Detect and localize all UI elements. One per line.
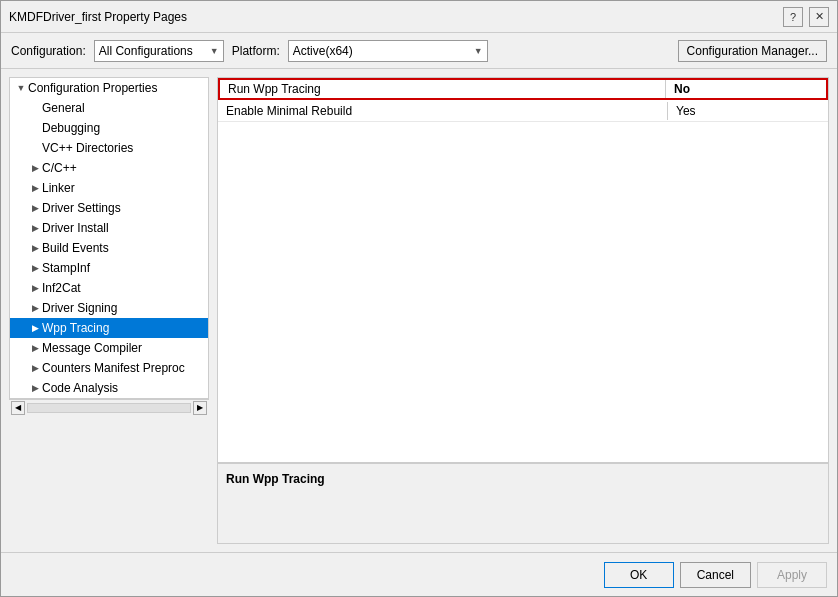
sidebar-item-general[interactable]: General xyxy=(10,98,208,118)
sidebar-item-inf2cat[interactable]: ▶ Inf2Cat xyxy=(10,278,208,298)
main-content: ▼ Configuration Properties General Debug… xyxy=(1,69,837,552)
sidebar-label-driver-signing: Driver Signing xyxy=(42,301,117,315)
config-bar: Configuration: All Configurations ▼ Plat… xyxy=(1,33,837,69)
sidebar-label-linker: Linker xyxy=(42,181,75,195)
sidebar-item-debugging[interactable]: Debugging xyxy=(10,118,208,138)
sidebar-item-build-events[interactable]: ▶ Build Events xyxy=(10,238,208,258)
scroll-right-button[interactable]: ▶ xyxy=(193,401,207,415)
title-bar-buttons: ? ✕ xyxy=(783,7,829,27)
expand-icon-code-analysis: ▶ xyxy=(28,383,42,393)
bottom-bar: OK Cancel Apply xyxy=(1,552,837,596)
apply-button[interactable]: Apply xyxy=(757,562,827,588)
sidebar-item-cpp[interactable]: ▶ C/C++ xyxy=(10,158,208,178)
sidebar-item-driver-install[interactable]: ▶ Driver Install xyxy=(10,218,208,238)
expand-icon-linker: ▶ xyxy=(28,183,42,193)
table-row[interactable]: Enable Minimal Rebuild Yes xyxy=(218,100,828,122)
config-value: All Configurations xyxy=(99,44,193,58)
collapse-icon: ▼ xyxy=(14,83,28,93)
platform-dropdown-arrow: ▼ xyxy=(474,46,483,56)
platform-dropdown[interactable]: Active(x64) ▼ xyxy=(288,40,488,62)
sidebar-label-general: General xyxy=(42,101,85,115)
config-manager-button[interactable]: Configuration Manager... xyxy=(678,40,827,62)
sidebar-item-linker[interactable]: ▶ Linker xyxy=(10,178,208,198)
close-button[interactable]: ✕ xyxy=(809,7,829,27)
platform-value: Active(x64) xyxy=(293,44,353,58)
prop-value-run-wpp: No xyxy=(666,80,826,98)
sidebar-label-vc-directories: VC++ Directories xyxy=(42,141,133,155)
properties-table: Run Wpp Tracing No Enable Minimal Rebuil… xyxy=(218,78,828,463)
sidebar: ▼ Configuration Properties General Debug… xyxy=(9,77,209,399)
right-panel: Run Wpp Tracing No Enable Minimal Rebuil… xyxy=(217,77,829,544)
sidebar-root: ▼ Configuration Properties General Debug… xyxy=(10,78,208,398)
cancel-button[interactable]: Cancel xyxy=(680,562,751,588)
expand-icon-counters-manifest: ▶ xyxy=(28,363,42,373)
prop-value-enable-rebuild: Yes xyxy=(668,102,828,120)
prop-name-run-wpp: Run Wpp Tracing xyxy=(220,80,666,98)
sidebar-item-message-compiler[interactable]: ▶ Message Compiler xyxy=(10,338,208,358)
description-title: Run Wpp Tracing xyxy=(226,472,820,486)
sidebar-item-stampinf[interactable]: ▶ StampInf xyxy=(10,258,208,278)
sidebar-item-code-analysis[interactable]: ▶ Code Analysis xyxy=(10,378,208,398)
sidebar-item-vc-directories[interactable]: VC++ Directories xyxy=(10,138,208,158)
expand-icon-driver-signing: ▶ xyxy=(28,303,42,313)
sidebar-item-config-properties[interactable]: ▼ Configuration Properties xyxy=(10,78,208,98)
sidebar-horizontal-scrollbar: ◀ ▶ xyxy=(9,399,209,415)
expand-icon-wpp-tracing: ▶ xyxy=(28,323,42,333)
help-button[interactable]: ? xyxy=(783,7,803,27)
sidebar-label-debugging: Debugging xyxy=(42,121,100,135)
expand-icon-inf2cat: ▶ xyxy=(28,283,42,293)
sidebar-label-build-events: Build Events xyxy=(42,241,109,255)
ok-button[interactable]: OK xyxy=(604,562,674,588)
sidebar-label-stampinf: StampInf xyxy=(42,261,90,275)
sidebar-root-label: Configuration Properties xyxy=(28,81,157,95)
sidebar-label-message-compiler: Message Compiler xyxy=(42,341,142,355)
description-panel: Run Wpp Tracing xyxy=(218,463,828,543)
config-label: Configuration: xyxy=(11,44,86,58)
title-bar: KMDFDriver_first Property Pages ? ✕ xyxy=(1,1,837,33)
table-row[interactable]: Run Wpp Tracing No xyxy=(218,78,828,100)
expand-icon-driver-settings: ▶ xyxy=(28,203,42,213)
expand-icon-message-compiler: ▶ xyxy=(28,343,42,353)
sidebar-item-wpp-tracing[interactable]: ▶ Wpp Tracing xyxy=(10,318,208,338)
sidebar-label-code-analysis: Code Analysis xyxy=(42,381,118,395)
platform-label: Platform: xyxy=(232,44,280,58)
sidebar-label-cpp: C/C++ xyxy=(42,161,77,175)
expand-icon-driver-install: ▶ xyxy=(28,223,42,233)
sidebar-label-wpp-tracing: Wpp Tracing xyxy=(42,321,109,335)
scroll-track[interactable] xyxy=(27,403,191,413)
prop-name-enable-rebuild: Enable Minimal Rebuild xyxy=(218,102,668,120)
sidebar-item-counters-manifest[interactable]: ▶ Counters Manifest Preproc xyxy=(10,358,208,378)
sidebar-label-inf2cat: Inf2Cat xyxy=(42,281,81,295)
window-title: KMDFDriver_first Property Pages xyxy=(9,10,187,24)
expand-icon-build-events: ▶ xyxy=(28,243,42,253)
sidebar-item-driver-settings[interactable]: ▶ Driver Settings xyxy=(10,198,208,218)
main-window: KMDFDriver_first Property Pages ? ✕ Conf… xyxy=(0,0,838,597)
expand-icon-cpp: ▶ xyxy=(28,163,42,173)
sidebar-item-driver-signing[interactable]: ▶ Driver Signing xyxy=(10,298,208,318)
sidebar-label-driver-install: Driver Install xyxy=(42,221,109,235)
sidebar-label-driver-settings: Driver Settings xyxy=(42,201,121,215)
expand-icon-stampinf: ▶ xyxy=(28,263,42,273)
scroll-left-button[interactable]: ◀ xyxy=(11,401,25,415)
sidebar-label-counters-manifest: Counters Manifest Preproc xyxy=(42,361,185,375)
config-dropdown[interactable]: All Configurations ▼ xyxy=(94,40,224,62)
config-dropdown-arrow: ▼ xyxy=(210,46,219,56)
